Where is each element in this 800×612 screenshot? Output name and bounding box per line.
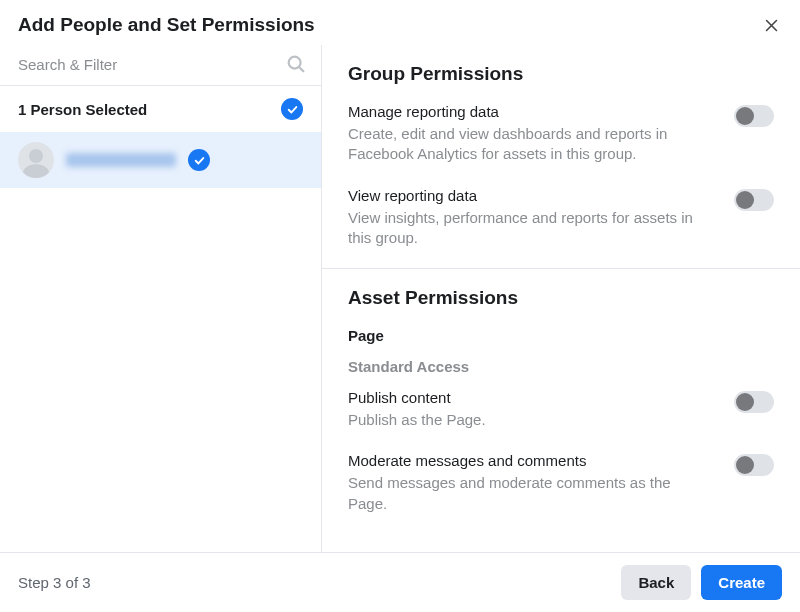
person-row[interactable] (0, 132, 321, 188)
perm-desc: Create, edit and view dashboards and rep… (348, 124, 714, 165)
create-button[interactable]: Create (701, 565, 782, 600)
permissions-panel: Group Permissions Manage reporting data … (322, 45, 800, 552)
people-panel: 1 Person Selected (0, 45, 322, 552)
person-name (66, 153, 176, 167)
person-checkbox[interactable] (188, 149, 210, 171)
perm-title-manage-reporting: Manage reporting data (348, 103, 714, 120)
perm-desc: View insights, performance and reports f… (348, 208, 714, 249)
close-icon (763, 17, 780, 34)
perm-title-moderate: Moderate messages and comments (348, 452, 714, 469)
step-indicator: Step 3 of 3 (18, 574, 611, 591)
svg-line-3 (299, 67, 303, 71)
back-button[interactable]: Back (621, 565, 691, 600)
search-icon (285, 53, 307, 75)
modal-title: Add People and Set Permissions (18, 14, 315, 36)
selected-count: 1 Person Selected (18, 101, 147, 118)
group-permissions-title: Group Permissions (348, 63, 774, 85)
perm-title-view-reporting: View reporting data (348, 187, 714, 204)
perm-title-publish-content: Publish content (348, 389, 714, 406)
access-level: Standard Access (348, 358, 774, 375)
toggle-publish-content[interactable] (734, 391, 774, 413)
toggle-manage-reporting[interactable] (734, 105, 774, 127)
perm-desc: Send messages and moderate comments as t… (348, 473, 714, 514)
toggle-view-reporting[interactable] (734, 189, 774, 211)
toggle-moderate[interactable] (734, 454, 774, 476)
search-input[interactable] (18, 56, 285, 73)
avatar (18, 142, 54, 178)
perm-desc: Publish as the Page. (348, 410, 714, 430)
asset-type: Page (348, 327, 774, 344)
asset-permissions-title: Asset Permissions (348, 287, 774, 309)
check-icon (193, 154, 206, 167)
close-button[interactable] (760, 14, 782, 36)
select-all-checkbox[interactable] (281, 98, 303, 120)
check-icon (286, 103, 299, 116)
